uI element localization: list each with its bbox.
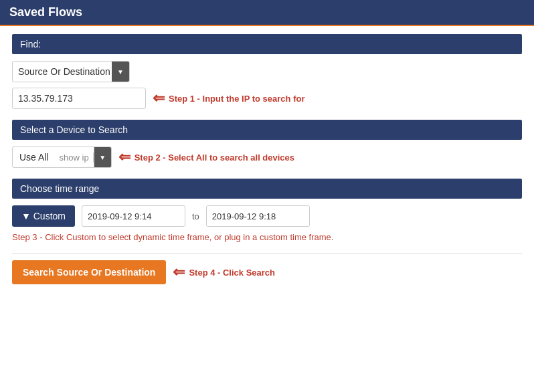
source-destination-select-wrapper[interactable]: Source Or Destination Source Destination <box>12 61 130 82</box>
time-to-input[interactable] <box>206 205 310 227</box>
device-dropdown-btn[interactable] <box>94 146 111 168</box>
show-ip-link[interactable]: show ip <box>56 153 94 163</box>
custom-time-button[interactable]: ▼ Custom <box>12 205 75 227</box>
page-title-bar: Saved Flows <box>0 0 534 26</box>
step2-arrow-group: ⇐ Step 2 - Select All to search all devi… <box>118 150 294 165</box>
time-from-input[interactable] <box>82 205 185 227</box>
step4-arrow-group: ⇐ Step 4 - Click Search <box>173 265 275 280</box>
find-section-header: Find: <box>12 34 522 54</box>
source-destination-select[interactable]: Source Or Destination Source Destination <box>13 62 129 82</box>
step1-arrow-group: ⇐ Step 1 - Input the IP to search for <box>153 91 304 106</box>
search-button[interactable]: Search Source Or Destination <box>12 260 166 284</box>
search-button-label: Search Source Or Destination <box>23 267 155 278</box>
step2-label: Step 2 - Select All to search all device… <box>135 153 294 163</box>
find-section: Find: Source Or Destination Source Desti… <box>12 34 522 109</box>
step4-label: Step 4 - Click Search <box>189 268 275 278</box>
divider <box>12 253 522 254</box>
to-label: to <box>192 211 199 221</box>
time-section-header: Choose time range <box>12 179 522 199</box>
step4-arrow-icon: ⇐ <box>173 265 185 280</box>
device-selected-label: Use All <box>13 152 56 163</box>
device-section-header: Select a Device to Search <box>12 120 522 140</box>
custom-time-label: ▼ Custom <box>21 211 66 221</box>
step1-arrow-icon: ⇐ <box>153 91 165 106</box>
device-section: Select a Device to Search Use All show i… <box>12 120 522 168</box>
step3-text: Step 3 - Click Custom to select dynamic … <box>12 232 522 242</box>
device-select-wrapper[interactable]: Use All show ip <box>12 146 112 168</box>
page-title: Saved Flows <box>9 5 82 19</box>
time-section: Choose time range ▼ Custom to Step 3 - C… <box>12 179 522 242</box>
search-row: Search Source Or Destination ⇐ Step 4 - … <box>12 260 522 284</box>
step2-arrow-icon: ⇐ <box>118 150 130 165</box>
step1-label: Step 1 - Input the IP to search for <box>169 94 304 104</box>
ip-search-input[interactable] <box>12 88 146 109</box>
